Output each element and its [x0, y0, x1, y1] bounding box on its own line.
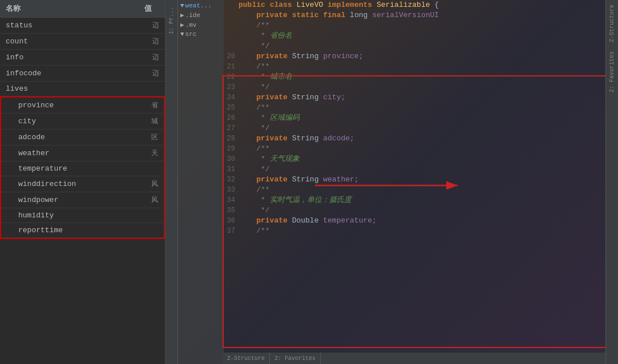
row-infocode[interactable]: infocode 迈	[0, 66, 165, 82]
row-windpower[interactable]: windpower 风	[1, 192, 164, 208]
line-content-23: */	[239, 82, 618, 92]
code-line-24: 24 private String city;	[223, 92, 618, 103]
row-adcode[interactable]: adcode 区	[1, 130, 164, 145]
row-adcode-val: 区	[141, 132, 158, 142]
bottom-tab-favorites[interactable]: 2: Favorites	[270, 353, 321, 364]
line-num-26: 26	[223, 113, 239, 123]
line-content-35: */	[239, 205, 618, 216]
line-num	[223, 0, 239, 10]
row-infocode-val: 迈	[142, 68, 159, 78]
file-tree-item-mv[interactable]: ▶ .mv	[178, 20, 224, 30]
line-num-24: 24	[223, 92, 239, 103]
line-num-36: 36	[223, 216, 239, 226]
row-windpower-name: windpower	[18, 196, 141, 204]
code-line-26: 26 * 区域编码	[223, 113, 618, 123]
sub-group-lives: province 省 city 城 adcode 区 weather 天 tem…	[0, 96, 165, 239]
row-weather-val: 天	[141, 148, 158, 158]
folder-icon-src: ▼	[180, 31, 184, 38]
row-temperature[interactable]: temperature	[1, 161, 164, 176]
folder-icon-mv: ▶	[180, 21, 184, 29]
line-num-31: 31	[223, 164, 239, 175]
line-num-37: 37	[223, 226, 239, 236]
code-line-31: 31 */	[223, 164, 618, 175]
line-content-25: /**	[239, 103, 618, 113]
line-num-28: 28	[223, 134, 239, 144]
row-info-val: 迈	[142, 52, 159, 62]
line-content: * 省份名	[239, 31, 618, 41]
row-weather[interactable]: weather 天	[1, 145, 164, 161]
code-line-3: /**	[223, 21, 618, 31]
row-city[interactable]: city 城	[1, 114, 164, 130]
code-line-30: 30 * 天气现象	[223, 154, 618, 164]
line-num-21: 21	[223, 62, 239, 72]
line-content-28: private String adcode;	[239, 134, 618, 144]
bottom-tab-structure[interactable]: Z-Structure	[223, 353, 270, 364]
code-line-5: */	[223, 41, 618, 51]
middle-panel: 1: Pr...	[165, 0, 178, 364]
code-line-28: 28 private String adcode;	[223, 134, 618, 144]
line-num-35: 35	[223, 205, 239, 216]
side-tab-favorites[interactable]: 2: Favorites	[607, 47, 617, 97]
line-content-27: */	[239, 123, 618, 134]
line-content-30: * 天气现象	[239, 154, 618, 164]
file-tree-item-weather[interactable]: ▼ weat...	[178, 1, 224, 10]
file-tree-item-ide[interactable]: ▶ .ide	[178, 10, 224, 20]
code-line-21: 21 /**	[223, 62, 618, 72]
line-content: */	[239, 41, 618, 51]
row-city-val: 城	[141, 116, 158, 126]
line-content-24: private String city;	[239, 92, 618, 103]
code-line-20: 20 private String province;	[223, 51, 618, 62]
row-reporttime[interactable]: reporttime	[1, 223, 164, 238]
line-num-22: 22	[223, 72, 239, 82]
line-content-31: */	[239, 164, 618, 175]
file-tree-item-src[interactable]: ▼ src	[178, 30, 224, 39]
row-status-val: 迈	[142, 21, 159, 30]
line-content-32: private String weather;	[239, 175, 618, 185]
row-infocode-name: infocode	[6, 69, 142, 78]
row-winddirection-name: winddirection	[18, 180, 141, 188]
code-line-25: 25 /**	[223, 103, 618, 113]
line-num-30: 30	[223, 154, 239, 164]
left-panel: 名称 值 status 迈 count 迈 info 迈 infocode 迈 …	[0, 0, 165, 364]
folder-icon-ide: ▶	[180, 11, 184, 19]
code-line-4: * 省份名	[223, 31, 618, 41]
row-info-name: info	[6, 53, 142, 62]
row-lives[interactable]: lives	[0, 82, 165, 96]
row-humidity-name: humidity	[18, 211, 141, 220]
line-num-20: 20	[223, 51, 239, 62]
col-value-header: 值	[136, 3, 159, 14]
line-content-37: /**	[239, 226, 618, 236]
line-content: /**	[239, 21, 618, 31]
code-line-37: 37 /**	[223, 226, 618, 236]
line-content: private static final long serialVersionU…	[239, 10, 618, 21]
code-line-1: public class LiveVO implements Serializa…	[223, 0, 618, 10]
line-content-36: private Double temperature;	[239, 216, 618, 226]
row-winddirection[interactable]: winddirection 风	[1, 176, 164, 192]
code-line-2: private static final long serialVersionU…	[223, 10, 618, 21]
row-winddirection-val: 风	[141, 179, 158, 189]
file-tree: ▼ weat... ▶ .ide ▶ .mv ▼ src	[178, 0, 224, 364]
row-count[interactable]: count 迈	[0, 34, 165, 50]
line-num-32: 32	[223, 175, 239, 185]
code-line-36: 36 private Double temperature;	[223, 216, 618, 226]
row-status-name: status	[6, 21, 142, 30]
row-status[interactable]: status 迈	[0, 18, 165, 34]
code-line-33: 33 /**	[223, 185, 618, 195]
code-line-34: 34 * 实时气温，单位：摄氏度	[223, 195, 618, 205]
code-line-22: 22 * 城市名	[223, 72, 618, 82]
row-province[interactable]: province 省	[1, 98, 164, 114]
row-province-val: 省	[141, 100, 158, 110]
line-num	[223, 21, 239, 31]
row-windpower-val: 风	[141, 195, 158, 205]
row-count-name: count	[6, 37, 142, 46]
line-num-23: 23	[223, 82, 239, 92]
line-content-34: * 实时气温，单位：摄氏度	[239, 195, 618, 205]
table-header: 名称 值	[0, 0, 165, 18]
row-info[interactable]: info 迈	[0, 50, 165, 66]
line-num	[223, 31, 239, 41]
file-tree-label: weat...	[185, 2, 212, 9]
row-reporttime-name: reporttime	[18, 226, 141, 234]
side-tab-z-structure[interactable]: Z-Structure	[607, 0, 617, 47]
bottom-tabs: Z-Structure 2: Favorites	[223, 353, 605, 364]
row-humidity[interactable]: humidity	[1, 208, 164, 223]
